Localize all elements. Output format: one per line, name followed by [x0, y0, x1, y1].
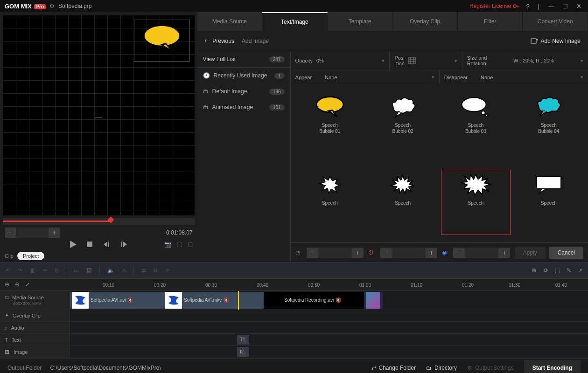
project-filename: Softpedia.grp [58, 3, 91, 9]
register-license-link[interactable]: Register License [469, 3, 519, 9]
thumb-speech-02[interactable]: Speech Bubble 02 [368, 92, 437, 163]
category-animated[interactable]: 🗀 Animated Image 101 [197, 99, 290, 115]
clip-2[interactable]: Softpedia AVI.mkv🔇 [163, 292, 264, 309]
help-icon[interactable]: ? [524, 3, 531, 10]
cancel-button[interactable]: Cancel [549, 247, 583, 259]
size-rotation-control[interactable]: Size and Rotation W : 20%, H : 20%▾ [462, 51, 588, 70]
track-audio[interactable]: ♪ Audio [0, 322, 70, 333]
aspect-icon[interactable]: ▢ [188, 241, 193, 248]
track-media-source[interactable]: ▭ Media Source 400X300, MKV [0, 291, 70, 310]
zoom-stepper[interactable]: − + [5, 228, 60, 238]
svg-point-10 [486, 114, 488, 116]
thumb-speech-07[interactable]: Speech [441, 170, 510, 235]
start-encoding-button[interactable]: Start Encoding [524, 360, 581, 373]
mute-icon: 🔇 [224, 297, 229, 303]
thumb-speech-01[interactable]: Speech Bubble 01 [295, 92, 364, 163]
zoom-in-button[interactable]: + [49, 228, 60, 238]
tab-text-image[interactable]: Text/Image [262, 12, 328, 31]
copy-icon[interactable]: ⧉ [154, 267, 158, 274]
minimize-button[interactable]: — [546, 3, 556, 10]
text-clip[interactable]: T1 [237, 335, 249, 345]
thumb-speech-03[interactable]: Speech Bubble 03 [441, 92, 510, 163]
clip-3[interactable]: Softpedia Recording.avi🔇 [264, 292, 364, 309]
tab-convert-video[interactable]: Convert Video [523, 12, 588, 31]
clip-1[interactable]: Softpedia AVI.avi🔇 [70, 292, 163, 309]
zoom-out-icon[interactable]: ⊖ [15, 281, 20, 288]
delete-icon[interactable]: 🗑 [30, 267, 35, 274]
crop-icon[interactable]: ⬚ [177, 241, 182, 248]
fit-timeline-icon[interactable]: ⤢ [25, 281, 30, 288]
frame-forward-button[interactable] [119, 241, 129, 248]
output-settings-button[interactable]: ⚙ Output Settings [467, 365, 514, 371]
track-overlay[interactable]: ✦ Overlay Clip [0, 310, 70, 322]
tab-filter[interactable]: Filter [458, 12, 523, 31]
play-button[interactable] [68, 240, 77, 249]
separator: | [536, 3, 541, 10]
volume-icon[interactable]: 🔈 [107, 267, 114, 274]
effect-icon[interactable]: ✧ [165, 267, 170, 274]
folder-icon: 🗀 [203, 88, 209, 95]
previous-button[interactable]: ‹ Previous [205, 38, 234, 44]
track-text[interactable]: T Text [0, 334, 70, 345]
audio-edit-icon[interactable]: ♫ [122, 267, 126, 274]
apply-button[interactable]: Apply [515, 247, 546, 259]
svg-point-8 [462, 97, 486, 111]
export-icon[interactable]: 🗎 [532, 267, 537, 274]
change-folder-button[interactable]: ⇄ Change Folder [371, 365, 416, 371]
appear-control[interactable]: AppearNone▾ [291, 70, 440, 84]
fit-icon[interactable]: ⬚ [555, 267, 560, 274]
position-control[interactable]: Posi -tion ▾ [390, 51, 462, 70]
preview-bubble-bounds[interactable] [134, 20, 190, 62]
maximize-button[interactable]: ☐ [560, 3, 570, 10]
frame-back-button[interactable] [102, 241, 111, 248]
playhead[interactable] [238, 291, 239, 310]
refresh-icon[interactable]: ⟳ [544, 267, 548, 274]
zoom-out-button[interactable]: − [5, 228, 16, 238]
transition-icon[interactable]: ⇄ [141, 267, 146, 274]
seek-bar[interactable] [3, 218, 195, 225]
add-image-icon [531, 38, 538, 44]
thumb-speech-06[interactable]: Speech [368, 170, 437, 235]
category-recent[interactable]: 🕘 Recently Used Image 1 [197, 68, 290, 83]
video-icon[interactable]: ▭ [74, 267, 79, 274]
edit-icon[interactable]: ✎ [567, 267, 571, 274]
thumb-speech-04[interactable]: Speech Bubble 04 [514, 92, 583, 163]
app-logo: GOM MIX Pro [5, 3, 46, 10]
category-default[interactable]: 🗀 Default Image 186 [197, 83, 290, 99]
mute-icon: 🔇 [127, 297, 133, 303]
undo-icon[interactable]: ↶ [6, 267, 10, 274]
end-time-stepper[interactable]: −+ [453, 248, 510, 258]
view-full-list[interactable]: View Full List 287 [197, 51, 290, 68]
image-icon[interactable]: 🖼 [86, 267, 92, 274]
close-button[interactable]: ✕ [574, 3, 583, 10]
timeline: ⊕ ⊖ ⤢ 00:10 00:20 00:30 00:40 00:50 01:0… [0, 279, 588, 358]
start-time-stepper[interactable]: −+ [307, 248, 364, 258]
split-icon[interactable]: ⎘ [55, 267, 58, 274]
project-toggle[interactable]: Project [17, 252, 44, 260]
tab-overlay-clip[interactable]: Overlay Clip [392, 12, 458, 31]
disappear-control[interactable]: DisappearNone▾ [440, 70, 588, 84]
settings-gear-icon[interactable]: ⚙ [49, 3, 55, 9]
thumb-speech-08[interactable]: Speech [514, 170, 583, 235]
time-ruler[interactable]: 00:10 00:20 00:30 00:40 00:50 01:00 01:1… [70, 279, 588, 290]
video-preview[interactable] [3, 15, 195, 215]
duration-stepper[interactable]: −+ [380, 248, 437, 258]
thumb-speech-05[interactable]: Speech [295, 170, 364, 235]
opacity-control[interactable]: Opacity0%▾ [291, 51, 390, 70]
share-icon[interactable]: ↗ [578, 267, 582, 274]
start-time-icon: ◔ [295, 249, 300, 256]
preview-panel: − + 0:01:08.07 📷 ⬚ ▢ Clip Project [0, 12, 197, 262]
zoom-in-icon[interactable]: ⊕ [5, 281, 9, 288]
cut-icon[interactable]: ✂ [43, 267, 48, 274]
snapshot-icon[interactable]: 📷 [164, 241, 171, 248]
stop-button[interactable] [86, 241, 93, 248]
directory-button[interactable]: 🗀 Directory [426, 365, 457, 371]
add-image-link[interactable]: Add Image [242, 38, 269, 44]
tab-media-source[interactable]: Media Source [197, 12, 263, 31]
image-clip[interactable]: I2 [237, 347, 249, 357]
add-new-image-button[interactable]: Add New Image [531, 38, 581, 44]
tab-template[interactable]: Template [328, 12, 393, 31]
track-image[interactable]: 🖼 Image [0, 346, 70, 358]
redo-icon[interactable]: ↷ [18, 267, 22, 274]
clip-4[interactable] [364, 292, 383, 309]
